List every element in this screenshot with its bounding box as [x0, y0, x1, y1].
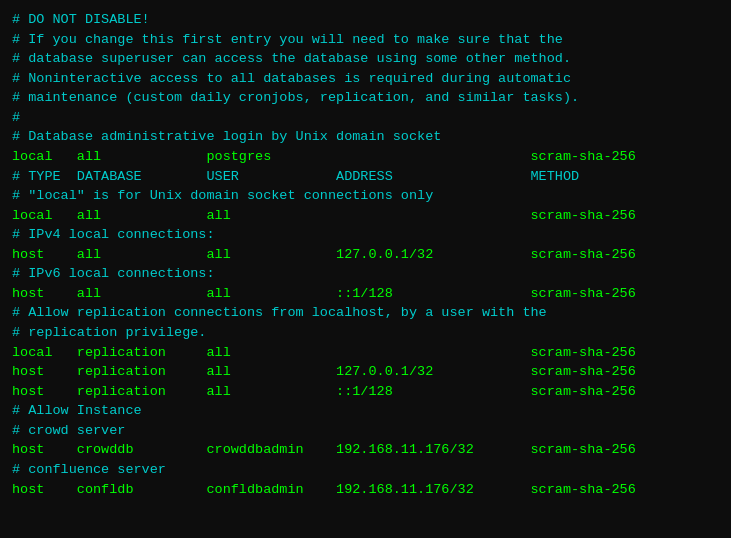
terminal-line: host crowddb crowddbadmin 192.168.11.176…	[12, 440, 719, 460]
terminal-line: local replication all scram-sha-256	[12, 343, 719, 363]
terminal-line: # IPv4 local connections:	[12, 225, 719, 245]
terminal-line: host replication all ::1/128 scram-sha-2…	[12, 382, 719, 402]
terminal-line: # Database administrative login by Unix …	[12, 127, 719, 147]
terminal-line: # If you change this first entry you wil…	[12, 30, 719, 50]
terminal-line: # Noninteractive access to all databases…	[12, 69, 719, 89]
terminal-line: host replication all 127.0.0.1/32 scram-…	[12, 362, 719, 382]
terminal-line: # DO NOT DISABLE!	[12, 10, 719, 30]
terminal-line: host confldb confldbadmin 192.168.11.176…	[12, 480, 719, 500]
terminal-line: host all all ::1/128 scram-sha-256	[12, 284, 719, 304]
terminal-line: # "local" is for Unix domain socket conn…	[12, 186, 719, 206]
terminal-line: # confluence server	[12, 460, 719, 480]
terminal-line: # TYPE DATABASE USER ADDRESS METHOD	[12, 167, 719, 187]
terminal-line: host all all 127.0.0.1/32 scram-sha-256	[12, 245, 719, 265]
terminal-line: # crowd server	[12, 421, 719, 441]
terminal-line: local all all scram-sha-256	[12, 206, 719, 226]
terminal-line: # replication privilege.	[12, 323, 719, 343]
terminal-line: local all postgres scram-sha-256	[12, 147, 719, 167]
terminal-line: # maintenance (custom daily cronjobs, re…	[12, 88, 719, 108]
terminal-line: # IPv6 local connections:	[12, 264, 719, 284]
terminal-line: # Allow replication connections from loc…	[12, 303, 719, 323]
terminal-line: # Allow Instance	[12, 401, 719, 421]
terminal-line: # database superuser can access the data…	[12, 49, 719, 69]
terminal-window: # DO NOT DISABLE!# If you change this fi…	[0, 0, 731, 538]
terminal-line: #	[12, 108, 719, 128]
